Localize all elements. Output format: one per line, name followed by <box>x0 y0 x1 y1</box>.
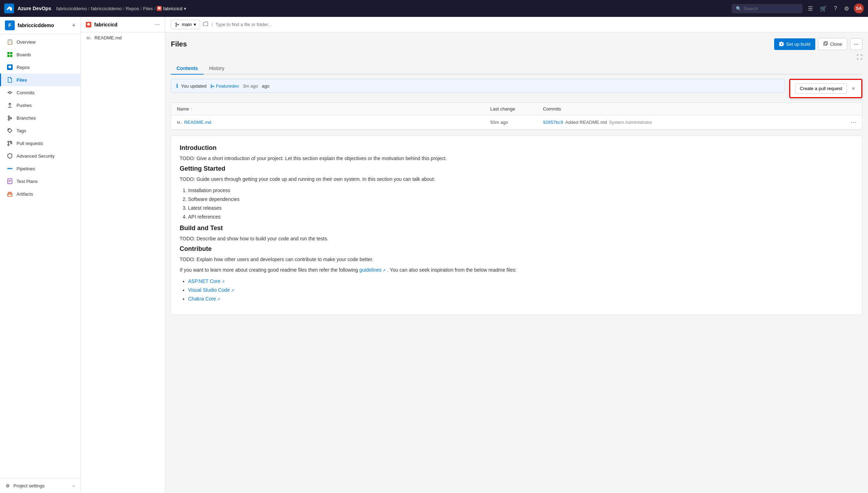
sidebar-item-commits[interactable]: Commits <box>0 86 81 99</box>
notifications-icon[interactable]: ☰ <box>806 4 815 13</box>
notification-ago-label: ago <box>262 83 270 89</box>
search-input[interactable] <box>744 6 798 11</box>
svg-point-14 <box>8 129 9 130</box>
breadcrumb-item-1[interactable]: fabriccicddemo <box>56 6 87 11</box>
project-settings-item[interactable]: ⚙ Project settings « <box>0 480 81 492</box>
svg-rect-31 <box>825 42 828 45</box>
basket-icon[interactable]: 🛒 <box>818 4 829 13</box>
breadcrumb-item-3[interactable]: Repos <box>126 6 139 11</box>
help-icon[interactable]: ? <box>832 4 839 13</box>
app-brand-label: Azure DevOps <box>18 6 51 11</box>
sidebar-label-repos: Repos <box>17 65 30 70</box>
sidebar-collapse-icon[interactable]: « <box>72 483 75 488</box>
breadcrumb-item-2[interactable]: fabriccicddemo <box>91 6 122 11</box>
files-page-title: Files <box>171 40 187 48</box>
sidebar-label-branches: Branches <box>17 115 36 121</box>
svg-point-19 <box>9 168 11 169</box>
repo-icon <box>157 6 162 11</box>
settings-icon[interactable]: ⚙ <box>842 4 851 13</box>
svg-point-11 <box>8 116 9 117</box>
file-markdown-icon: M↓ <box>177 120 182 125</box>
sidebar-item-files[interactable]: Files <box>0 74 81 86</box>
branch-name: main <box>182 22 192 27</box>
svg-point-18 <box>7 168 9 169</box>
search-icon: 🔍 <box>736 6 741 11</box>
readme-inspire-list: ASP.NET Core Visual Studio Code Chakra C… <box>180 277 854 304</box>
sidebar-item-test-plans[interactable]: Test Plans <box>0 175 81 188</box>
path-input[interactable] <box>216 22 862 27</box>
files-more-button[interactable]: ⋯ <box>850 38 862 50</box>
readme-getting-started-body: TODO: Guide users through getting your c… <box>180 175 854 183</box>
close-pr-popup-button[interactable]: × <box>850 85 856 93</box>
tags-icon <box>7 127 13 134</box>
vscode-link[interactable]: Visual Studio Code <box>188 287 234 293</box>
repo-panel-more-button[interactable]: ⋯ <box>154 21 160 28</box>
column-commits: Commits <box>543 106 857 112</box>
expand-button[interactable]: ⛶ <box>857 54 862 61</box>
readme-contribute-body: TODO: Explain how other users and develo… <box>180 255 854 263</box>
notification-branch-link[interactable]: Featuredev <box>216 83 239 89</box>
sidebar-item-repos[interactable]: Repos <box>0 61 81 74</box>
sidebar-item-boards[interactable]: Boards <box>0 48 81 61</box>
sidebar-item-pull-requests[interactable]: Pull requests <box>0 137 81 150</box>
project-settings-label: Project settings <box>13 483 45 488</box>
sidebar-footer: ⚙ Project settings « <box>0 478 81 493</box>
col-name-label: Name <box>177 106 189 112</box>
svg-point-32 <box>211 85 212 86</box>
notification-banner: ℹ You updated Featuredev 3m ago ago <box>171 79 785 93</box>
file-row-more-button[interactable]: ⋯ <box>851 119 856 126</box>
list-item: Installation process <box>188 186 854 195</box>
svg-point-12 <box>8 119 9 120</box>
breadcrumb-chevron[interactable]: ▾ <box>184 6 186 11</box>
repo-file-item-readme[interactable]: M↓ README.md <box>81 32 165 43</box>
branch-notif-icon <box>210 84 214 88</box>
sidebar-label-test-plans: Test Plans <box>17 179 38 184</box>
notification-time: 3m ago <box>243 83 258 89</box>
sidebar-item-overview[interactable]: 📋 Overview <box>0 36 81 48</box>
create-pull-request-button[interactable]: Create a pull request <box>795 83 847 94</box>
file-name-link[interactable]: README.md <box>184 120 211 125</box>
sidebar-item-artifacts[interactable]: Artifacts <box>0 188 81 200</box>
sidebar-item-pushes[interactable]: Pushes <box>0 99 81 112</box>
readme-getting-started-heading: Getting Started <box>180 165 854 172</box>
main-layout: F fabriccicddemo + 📋 Overview Boards Rep… <box>0 17 868 493</box>
guidelines-link[interactable]: guidelines <box>359 267 386 273</box>
sidebar-item-advanced-security[interactable]: Advanced Security <box>0 150 81 162</box>
sidebar-item-pipelines[interactable]: Pipelines <box>0 162 81 175</box>
breadcrumb: fabriccicddemo / fabriccicddemo / Repos … <box>56 6 186 11</box>
sidebar-label-overview: Overview <box>17 39 36 45</box>
chakra-link[interactable]: Chakra Core <box>188 296 220 302</box>
branch-chevron-icon: ▾ <box>194 22 196 27</box>
file-commit-cell: 92857bc9 Added README.md System Administ… <box>543 119 857 126</box>
sidebar-project-header: F fabriccicddemo + <box>0 17 81 34</box>
notification-prefix: You updated <box>181 83 207 89</box>
readme-intro-body: TODO: Give a short introduction of your … <box>180 154 854 162</box>
branch-selector[interactable]: main ▾ <box>171 20 200 29</box>
svg-rect-2 <box>7 52 9 54</box>
sidebar-item-tags[interactable]: Tags <box>0 124 81 137</box>
column-last-change: Last change <box>490 106 543 112</box>
add-project-button[interactable]: + <box>72 22 76 29</box>
commit-hash-link[interactable]: 92857bc9 <box>543 120 563 125</box>
aspnet-link[interactable]: ASP.NET Core <box>188 278 225 284</box>
breadcrumb-item-4[interactable]: Files <box>143 6 153 11</box>
commits-icon <box>7 89 13 96</box>
info-icon: ℹ <box>176 83 178 89</box>
files-icon <box>7 77 13 83</box>
svg-rect-30 <box>824 42 827 45</box>
setup-build-button[interactable]: Set up build <box>774 38 815 50</box>
readme-getting-started-list: Installation process Software dependenci… <box>180 186 854 222</box>
search-box[interactable]: 🔍 <box>732 4 802 13</box>
clone-button[interactable]: Clone <box>818 38 847 50</box>
tab-history[interactable]: History <box>204 63 230 75</box>
content-main: Files Set up build Clone ⋯ <box>165 32 868 493</box>
tab-contents[interactable]: Contents <box>171 63 204 75</box>
top-navigation: Azure DevOps fabriccicddemo / fabriccicd… <box>0 0 868 17</box>
content-topbar: main ▾ / <box>165 17 868 32</box>
sidebar-item-branches[interactable]: Branches <box>0 112 81 124</box>
user-avatar[interactable]: SA <box>854 4 864 13</box>
svg-point-15 <box>8 141 9 143</box>
col-commits-label: Commits <box>543 106 561 112</box>
setup-build-icon <box>779 41 784 47</box>
repo-panel-header: fabriccicd ⋯ <box>81 17 165 32</box>
